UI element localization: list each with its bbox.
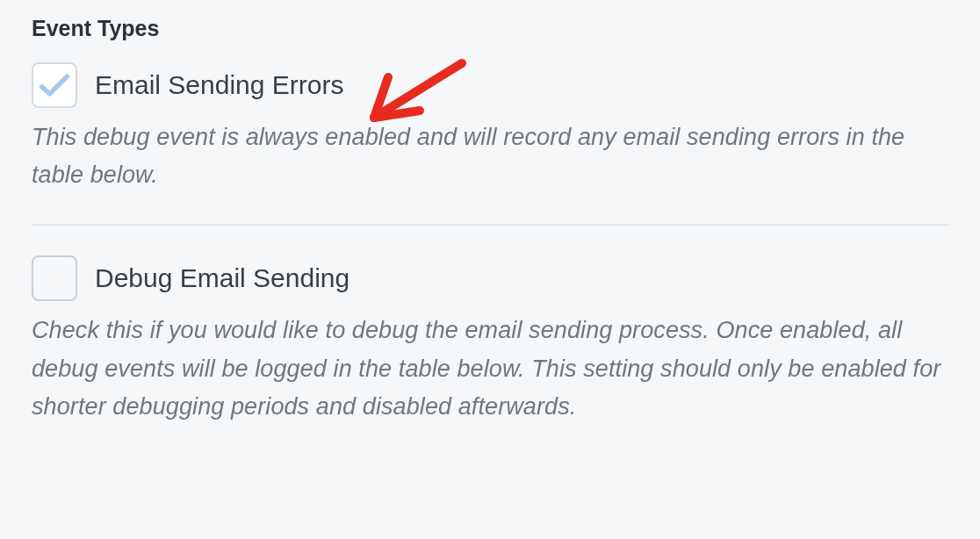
event-types-heading: Event Types xyxy=(32,16,948,41)
divider xyxy=(32,224,948,226)
check-icon xyxy=(39,72,70,98)
debug-sending-label: Debug Email Sending xyxy=(95,262,349,294)
email-errors-label: Email Sending Errors xyxy=(95,69,343,101)
email-errors-checkbox[interactable] xyxy=(32,62,77,108)
debug-sending-description: Check this if you would like to debug th… xyxy=(32,312,948,426)
option-email-errors: Email Sending Errors xyxy=(32,62,948,108)
option-debug-sending: Debug Email Sending xyxy=(32,255,948,301)
debug-sending-checkbox[interactable] xyxy=(32,255,77,301)
email-errors-description: This debug event is always enabled and w… xyxy=(32,119,948,194)
